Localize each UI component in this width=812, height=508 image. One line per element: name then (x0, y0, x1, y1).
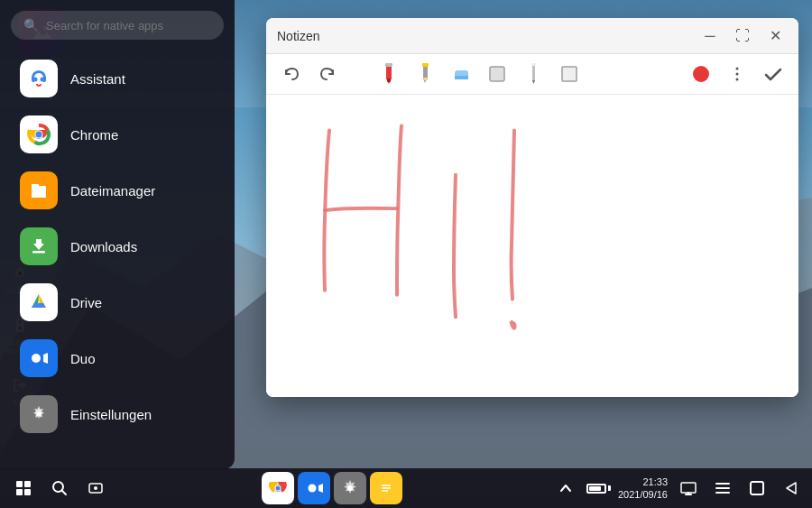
app-drawer: 🔍 Assistant (0, 0, 235, 469)
drawing-canvas[interactable] (266, 95, 798, 397)
svg-rect-57 (24, 481, 31, 487)
svg-point-66 (275, 486, 280, 491)
thin-pen-button[interactable] (519, 60, 548, 88)
search-taskbar-button[interactable] (43, 472, 76, 504)
hamburger-menu-icon[interactable] (709, 475, 736, 502)
app-item-einstellungen[interactable]: Einstellungen (5, 386, 229, 442)
svg-marker-39 (387, 80, 391, 84)
eraser-tool-button[interactable] (447, 60, 475, 88)
svg-point-18 (36, 132, 42, 138)
svg-point-12 (41, 78, 45, 82)
svg-rect-50 (531, 63, 536, 66)
shape-tool-button[interactable] (555, 60, 584, 88)
dateimanager-name: Dateimanager (70, 183, 155, 199)
svg-rect-73 (681, 483, 696, 493)
app-item-downloads[interactable]: Downloads (5, 218, 229, 274)
app-item-duo[interactable]: Duo (5, 330, 229, 386)
svg-line-61 (62, 491, 67, 495)
svg-rect-43 (422, 63, 429, 67)
svg-point-28 (32, 354, 41, 363)
svg-rect-79 (751, 482, 763, 494)
date-display: 2021/09/16 (618, 488, 668, 501)
svg-rect-48 (532, 64, 535, 82)
svg-point-54 (736, 73, 739, 76)
app-list: Assistant (0, 51, 235, 458)
app-item-assistant[interactable]: Assistant (5, 51, 229, 106)
app-item-drive[interactable]: Drive (5, 274, 229, 330)
recents-button[interactable] (743, 475, 770, 502)
window-titlebar: Notizen ─ ⛶ ✕ (266, 18, 798, 54)
svg-rect-46 (455, 76, 468, 79)
desktop: Galerie 🔍 Assistant (0, 0, 812, 508)
drawing-svg (266, 95, 798, 397)
more-options-button[interactable] (723, 60, 752, 88)
chrome-name: Chrome (70, 127, 118, 143)
svg-rect-59 (24, 489, 31, 495)
window-controls: ─ ⛶ ✕ (697, 23, 788, 49)
chevron-up-icon[interactable] (552, 475, 579, 502)
selection-tool-button[interactable] (483, 60, 512, 88)
taskbar-left (7, 472, 112, 504)
assistant-name: Assistant (70, 71, 125, 87)
chrome-icon (20, 115, 58, 153)
svg-point-11 (33, 78, 38, 82)
taskbar-notes-app[interactable] (370, 472, 402, 504)
svg-rect-24 (32, 251, 45, 254)
taskbar-duo-app[interactable] (298, 472, 330, 504)
window-toolbar (266, 54, 798, 95)
notizen-window: Notizen ─ ⛶ ✕ (266, 18, 798, 397)
battery-fill (589, 486, 601, 491)
duo-name: Duo (70, 351, 96, 366)
search-icon: 🔍 (23, 18, 39, 32)
svg-rect-44 (423, 78, 428, 80)
time-display: 21:33 (618, 476, 668, 488)
marker-tool-button[interactable] (374, 60, 403, 88)
svg-rect-58 (16, 489, 23, 495)
app-item-dateimanager[interactable]: Dateimanager (5, 162, 229, 218)
back-button[interactable] (778, 475, 805, 502)
undo-button[interactable] (277, 60, 306, 88)
pencil-tool-button[interactable] (411, 60, 439, 88)
svg-rect-40 (385, 63, 392, 67)
search-bar[interactable]: 🔍 (11, 11, 224, 40)
einstellungen-name: Einstellungen (70, 407, 152, 422)
svg-rect-21 (32, 184, 39, 188)
battery-icon (586, 484, 611, 494)
cast-icon[interactable] (675, 475, 702, 502)
apps-grid-button[interactable] (7, 472, 40, 504)
svg-rect-47 (490, 67, 504, 81)
minimize-button[interactable]: ─ (697, 23, 723, 49)
svg-rect-25 (27, 291, 51, 314)
battery-body (586, 484, 606, 494)
close-button[interactable]: ✕ (762, 23, 788, 49)
taskbar: 21:33 2021/09/16 (0, 468, 812, 508)
app-item-chrome[interactable]: Chrome (5, 106, 229, 162)
downloads-name: Downloads (70, 239, 137, 254)
einstellungen-icon (20, 395, 58, 433)
svg-rect-51 (562, 67, 577, 81)
taskbar-chrome-app[interactable] (262, 472, 294, 504)
drive-icon (20, 283, 58, 321)
search-input[interactable] (46, 19, 211, 32)
taskbar-time: 21:33 2021/09/16 (618, 476, 668, 502)
svg-point-53 (736, 68, 739, 70)
svg-point-52 (693, 66, 709, 82)
android-tasks-button[interactable] (79, 472, 112, 504)
duo-icon (20, 339, 58, 377)
assistant-icon (20, 60, 58, 97)
record-button[interactable] (687, 60, 715, 88)
maximize-button[interactable]: ⛶ (730, 23, 755, 49)
drive-name: Drive (70, 295, 102, 310)
svg-point-67 (308, 485, 316, 493)
dateimanager-icon (20, 171, 58, 209)
svg-point-55 (736, 79, 739, 81)
window-title: Notizen (277, 29, 697, 43)
taskbar-right: 21:33 2021/09/16 (552, 475, 805, 502)
confirm-button[interactable] (759, 60, 788, 88)
svg-rect-56 (16, 481, 23, 487)
redo-button[interactable] (313, 60, 342, 88)
downloads-icon (20, 227, 58, 265)
battery-tip (608, 485, 611, 491)
taskbar-settings-app[interactable] (334, 472, 366, 504)
svg-point-63 (94, 486, 97, 490)
